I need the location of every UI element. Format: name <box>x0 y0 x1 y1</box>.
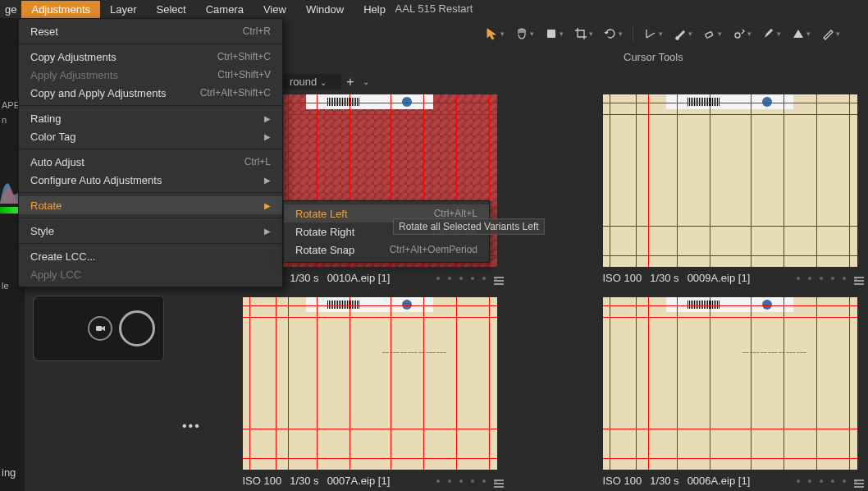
menubar-item-adjustments[interactable]: Adjustments <box>21 1 100 18</box>
iso-label: ISO 100 <box>603 475 642 487</box>
menu-item-label: Color Tag <box>30 131 264 143</box>
menu-copy-adjustments[interactable]: Copy AdjustmentsCtrl+Shift+C <box>19 48 282 66</box>
list-icon[interactable] <box>494 480 497 483</box>
menubar-item-help[interactable]: Help <box>354 1 395 18</box>
barcode-icon <box>688 98 720 106</box>
menu-style[interactable]: Style▶ <box>19 222 282 240</box>
thumbnail-cell[interactable]: ـــ ـــ ـــ ـــ ـــ ـــ ـــ ـــ ـــ ـــ … <box>595 297 865 487</box>
menu-color-tag[interactable]: Color Tag▶ <box>19 127 282 145</box>
pencil-tool-icon[interactable]: ▾ <box>817 25 843 43</box>
guide-vline <box>710 297 710 470</box>
iso-label: ISO 100 <box>603 272 642 284</box>
clone-tool-icon[interactable]: ▾ <box>729 25 755 43</box>
guide-vline <box>816 297 817 470</box>
menu-shortcut: Ctrl+Alt+L <box>434 208 477 219</box>
status-dots <box>436 480 497 483</box>
guide-vline <box>391 297 391 470</box>
list-icon[interactable] <box>854 277 857 280</box>
svg-rect-0 <box>547 30 555 38</box>
barcode-strip <box>666 94 793 109</box>
menu-shortcut: Ctrl+Alt+OemPeriod <box>390 244 477 255</box>
crop-tool-icon[interactable]: ▾ <box>570 25 596 43</box>
guide-vline <box>648 297 649 470</box>
menubar-item-view[interactable]: View <box>254 1 296 18</box>
guide-vline <box>249 297 250 470</box>
guide-vline <box>783 94 784 267</box>
menu-separator <box>19 44 282 44</box>
menubar-item-camera[interactable]: Camera <box>196 1 254 18</box>
menu-configure-auto[interactable]: Configure Auto Adjustments▶ <box>19 171 282 189</box>
hand-tool-icon[interactable]: ▾ <box>511 25 537 43</box>
guide-hline <box>603 103 857 103</box>
fragment-text: ing <box>2 466 16 479</box>
svg-rect-15 <box>854 486 864 488</box>
barcode-strip <box>666 297 793 312</box>
menu-shortcut: Ctrl+Shift+C <box>217 51 271 62</box>
guide-vline <box>349 297 350 470</box>
thumbnail-caption: ISO 1001/30 s0009A.eip [1] <box>603 272 857 284</box>
list-icon[interactable] <box>494 277 497 280</box>
thumbnail-cell[interactable]: ISO 1001/30 s0009A.eip [1] <box>595 94 865 284</box>
menu-create-lcc[interactable]: Create LCC... <box>19 247 282 265</box>
brush2-tool-icon[interactable]: ▾ <box>758 25 784 43</box>
brush-tool-icon[interactable]: ▾ <box>669 25 696 43</box>
color-tool-icon[interactable]: ▾ <box>541 25 567 43</box>
thumbnail-image[interactable]: ـــ ـــ ـــ ـــ ـــ ـــ ـــ ـــ ـــ ـــ … <box>243 297 497 470</box>
capture-button[interactable] <box>119 310 155 346</box>
chevron-down-icon: ⌄ <box>320 78 327 87</box>
mask-tool-icon[interactable]: ▾ <box>788 25 814 43</box>
barcode-strip <box>306 94 433 109</box>
menu-shortcut: Ctrl+R <box>243 25 271 37</box>
guide-vline <box>816 94 817 267</box>
guide-vline <box>489 297 490 470</box>
menu-item-label: Rating <box>30 112 264 125</box>
thumbnail-cell[interactable]: ـــ ـــ ـــ ـــ ـــ ـــ ـــ ـــ ـــ ـــ … <box>235 297 505 487</box>
guide-hline <box>603 458 857 459</box>
menu-reset[interactable]: ResetCtrl+R <box>19 22 282 40</box>
layer-select-label: round <box>290 76 317 88</box>
menu-apply-adjustments: Apply AdjustmentsCtrl+Shift+V <box>19 66 282 84</box>
cursor-tool-icon[interactable]: ▾ <box>482 25 508 43</box>
list-icon[interactable] <box>854 480 857 483</box>
menu-separator <box>19 192 282 193</box>
menubar-item-select[interactable]: Select <box>147 1 196 18</box>
shutter-label: 1/30 s <box>290 475 318 487</box>
menu-rotate[interactable]: Rotate▶ <box>19 196 282 214</box>
svg-rect-8 <box>854 280 864 282</box>
capture-controls <box>33 296 164 361</box>
video-capture-button[interactable] <box>88 316 112 341</box>
eraser-tool-icon[interactable]: ▾ <box>699 25 725 43</box>
guide-hline <box>603 114 857 115</box>
svg-rect-13 <box>854 480 864 481</box>
svg-rect-6 <box>494 283 504 285</box>
menu-rating[interactable]: Rating▶ <box>19 109 282 127</box>
menubar-item-layer[interactable]: Layer <box>100 1 147 18</box>
barcode-icon <box>688 301 720 309</box>
menubar-item-ge[interactable]: ge <box>3 1 21 18</box>
thumbnail-image[interactable] <box>603 94 857 267</box>
thumbnail-image[interactable]: ـــ ـــ ـــ ـــ ـــ ـــ ـــ ـــ ـــ ـــ … <box>603 297 857 470</box>
guide-vline <box>636 297 637 470</box>
submenu-rotate-snap[interactable]: Rotate SnapCtrl+Alt+OemPeriod <box>284 241 489 259</box>
angle-tool-icon[interactable]: ▾ <box>640 25 666 43</box>
menu-item-label: Apply Adjustments <box>30 69 217 81</box>
svg-rect-7 <box>854 277 864 278</box>
layer-select[interactable]: round⌄ <box>283 74 341 89</box>
submenu-arrow-icon: ▶ <box>264 132 271 141</box>
cursor-tools-label: Cursor Tools <box>624 51 683 63</box>
menu-auto-adjust[interactable]: Auto AdjustCtrl+L <box>19 153 282 171</box>
iso-label: ISO 100 <box>243 475 282 487</box>
svg-rect-4 <box>494 277 504 278</box>
menu-copy-apply-adjustments[interactable]: Copy and Apply AdjustmentsCtrl+Alt+Shift… <box>19 84 282 102</box>
guide-hline <box>603 255 857 256</box>
filename-label: 0009A.eip [1] <box>688 272 751 284</box>
menubar-item-window[interactable]: Window <box>296 1 354 18</box>
guide-vline <box>648 94 649 267</box>
guide-vline <box>783 297 784 470</box>
add-layer-button[interactable]: + <box>346 75 354 89</box>
barcode-icon <box>327 98 360 106</box>
more-icon[interactable]: ••• <box>182 419 201 434</box>
rotate-tool-icon[interactable]: ▾ <box>600 25 626 43</box>
layer-toolbar: round⌄ + ⌄ <box>283 74 369 89</box>
manuscript-content: ـــ ـــ ـــ ـــ ـــ ـــ ـــ ـــ ـــ ـــ … <box>319 349 446 435</box>
